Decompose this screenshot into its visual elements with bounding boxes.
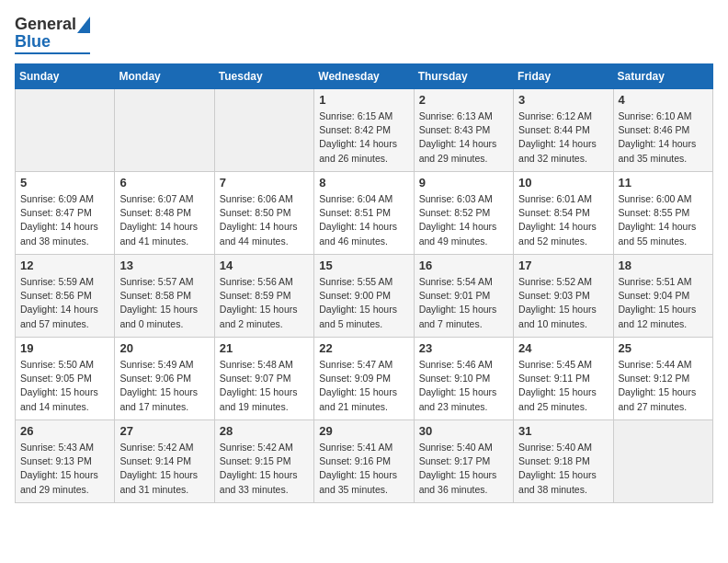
day-info: Sunrise: 5:55 AMSunset: 9:00 PMDaylight:…	[319, 275, 408, 331]
day-number: 19	[20, 341, 109, 355]
calendar-cell	[115, 89, 214, 172]
day-number: 4	[619, 93, 708, 107]
calendar-cell: 10Sunrise: 6:01 AMSunset: 8:54 PMDayligh…	[514, 172, 613, 255]
calendar-cell: 31Sunrise: 5:40 AMSunset: 9:18 PMDayligh…	[514, 420, 613, 503]
calendar-cell: 4Sunrise: 6:10 AMSunset: 8:46 PMDaylight…	[613, 89, 712, 172]
logo-separator	[15, 52, 90, 54]
calendar-cell: 15Sunrise: 5:55 AMSunset: 9:00 PMDayligh…	[314, 255, 414, 338]
day-info: Sunrise: 6:09 AMSunset: 8:47 PMDaylight:…	[20, 192, 109, 248]
calendar-cell: 1Sunrise: 6:15 AMSunset: 8:42 PMDaylight…	[314, 89, 414, 172]
day-number: 30	[419, 424, 508, 438]
day-number: 24	[518, 341, 608, 355]
day-info: Sunrise: 5:46 AMSunset: 9:10 PMDaylight:…	[419, 358, 508, 414]
calendar-cell: 14Sunrise: 5:56 AMSunset: 8:59 PMDayligh…	[214, 255, 313, 338]
day-number: 7	[220, 176, 309, 190]
logo: General Blue	[15, 15, 90, 54]
calendar-cell: 28Sunrise: 5:42 AMSunset: 9:15 PMDayligh…	[214, 420, 313, 503]
logo-general-text: General	[15, 15, 76, 34]
day-number: 22	[319, 341, 408, 355]
calendar-cell: 11Sunrise: 6:00 AMSunset: 8:55 PMDayligh…	[613, 172, 712, 255]
calendar-row: 5Sunrise: 6:09 AMSunset: 8:47 PMDaylight…	[16, 172, 713, 255]
day-number: 10	[518, 176, 608, 190]
day-number: 9	[419, 176, 508, 190]
day-number: 15	[319, 259, 408, 272]
day-info: Sunrise: 5:59 AMSunset: 8:56 PMDaylight:…	[20, 275, 109, 331]
calendar-cell: 3Sunrise: 6:12 AMSunset: 8:44 PMDaylight…	[514, 89, 613, 172]
day-info: Sunrise: 5:49 AMSunset: 9:06 PMDaylight:…	[119, 358, 209, 414]
day-number: 23	[419, 341, 508, 355]
day-number: 8	[319, 176, 408, 190]
calendar-cell: 23Sunrise: 5:46 AMSunset: 9:10 PMDayligh…	[414, 338, 513, 420]
calendar-cell	[16, 89, 115, 172]
calendar-cell: 30Sunrise: 5:40 AMSunset: 9:17 PMDayligh…	[414, 420, 513, 503]
day-info: Sunrise: 6:10 AMSunset: 8:46 PMDaylight:…	[619, 109, 708, 166]
day-info: Sunrise: 5:54 AMSunset: 9:01 PMDaylight:…	[419, 275, 508, 331]
day-info: Sunrise: 5:50 AMSunset: 9:05 PMDaylight:…	[20, 358, 109, 414]
day-info: Sunrise: 5:56 AMSunset: 8:59 PMDaylight:…	[220, 275, 309, 331]
calendar-cell: 8Sunrise: 6:04 AMSunset: 8:51 PMDaylight…	[314, 172, 414, 255]
day-info: Sunrise: 5:42 AMSunset: 9:14 PMDaylight:…	[119, 441, 209, 497]
calendar-header-wednesday: Wednesday	[314, 64, 414, 89]
calendar-cell: 7Sunrise: 6:06 AMSunset: 8:50 PMDaylight…	[214, 172, 313, 255]
day-number: 31	[518, 424, 608, 438]
day-info: Sunrise: 5:43 AMSunset: 9:13 PMDaylight:…	[20, 441, 109, 497]
calendar-header-tuesday: Tuesday	[214, 64, 313, 89]
calendar-cell	[613, 420, 712, 503]
calendar-cell: 29Sunrise: 5:41 AMSunset: 9:16 PMDayligh…	[314, 420, 414, 503]
day-number: 6	[119, 176, 209, 190]
day-info: Sunrise: 5:44 AMSunset: 9:12 PMDaylight:…	[619, 358, 708, 414]
day-number: 13	[119, 259, 209, 272]
day-number: 12	[20, 259, 109, 272]
calendar-row: 19Sunrise: 5:50 AMSunset: 9:05 PMDayligh…	[16, 338, 713, 420]
calendar-cell: 12Sunrise: 5:59 AMSunset: 8:56 PMDayligh…	[16, 255, 115, 338]
day-info: Sunrise: 6:00 AMSunset: 8:55 PMDaylight:…	[619, 192, 708, 248]
calendar-cell: 2Sunrise: 6:13 AMSunset: 8:43 PMDaylight…	[414, 89, 513, 172]
day-info: Sunrise: 5:57 AMSunset: 8:58 PMDaylight:…	[119, 275, 209, 331]
calendar-table: SundayMondayTuesdayWednesdayThursdayFrid…	[15, 63, 713, 503]
day-number: 20	[119, 341, 209, 355]
calendar-header-monday: Monday	[115, 64, 214, 89]
calendar-row: 26Sunrise: 5:43 AMSunset: 9:13 PMDayligh…	[16, 420, 713, 503]
calendar-header-row: SundayMondayTuesdayWednesdayThursdayFrid…	[16, 64, 713, 89]
day-info: Sunrise: 6:07 AMSunset: 8:48 PMDaylight:…	[119, 192, 209, 248]
calendar-cell: 21Sunrise: 5:48 AMSunset: 9:07 PMDayligh…	[214, 338, 313, 420]
day-number: 26	[20, 424, 109, 438]
day-number: 21	[220, 341, 309, 355]
day-number: 2	[419, 93, 508, 107]
day-number: 27	[119, 424, 209, 438]
calendar-header-thursday: Thursday	[414, 64, 513, 89]
calendar-cell: 22Sunrise: 5:47 AMSunset: 9:09 PMDayligh…	[314, 338, 414, 420]
calendar-cell: 5Sunrise: 6:09 AMSunset: 8:47 PMDaylight…	[16, 172, 115, 255]
calendar-header-saturday: Saturday	[613, 64, 712, 89]
day-info: Sunrise: 5:45 AMSunset: 9:11 PMDaylight:…	[518, 358, 608, 414]
day-info: Sunrise: 6:06 AMSunset: 8:50 PMDaylight:…	[220, 192, 309, 248]
day-number: 18	[619, 259, 708, 272]
day-number: 28	[220, 424, 309, 438]
day-info: Sunrise: 5:40 AMSunset: 9:18 PMDaylight:…	[518, 441, 608, 497]
day-info: Sunrise: 5:42 AMSunset: 9:15 PMDaylight:…	[220, 441, 309, 497]
day-number: 25	[619, 341, 708, 355]
calendar-cell: 16Sunrise: 5:54 AMSunset: 9:01 PMDayligh…	[414, 255, 513, 338]
logo-blue-text: Blue	[15, 32, 51, 52]
calendar-cell: 24Sunrise: 5:45 AMSunset: 9:11 PMDayligh…	[514, 338, 613, 420]
day-info: Sunrise: 6:12 AMSunset: 8:44 PMDaylight:…	[518, 109, 608, 166]
day-number: 3	[518, 93, 608, 107]
day-info: Sunrise: 5:40 AMSunset: 9:17 PMDaylight:…	[419, 441, 508, 497]
page-header: General Blue	[15, 15, 713, 54]
day-info: Sunrise: 5:48 AMSunset: 9:07 PMDaylight:…	[220, 358, 309, 414]
calendar-cell: 26Sunrise: 5:43 AMSunset: 9:13 PMDayligh…	[16, 420, 115, 503]
logo-triangle-icon	[77, 17, 90, 33]
calendar-row: 1Sunrise: 6:15 AMSunset: 8:42 PMDaylight…	[16, 89, 713, 172]
day-number: 1	[319, 93, 408, 107]
calendar-cell: 25Sunrise: 5:44 AMSunset: 9:12 PMDayligh…	[613, 338, 712, 420]
day-number: 11	[619, 176, 708, 190]
calendar-cell: 17Sunrise: 5:52 AMSunset: 9:03 PMDayligh…	[514, 255, 613, 338]
calendar-cell: 20Sunrise: 5:49 AMSunset: 9:06 PMDayligh…	[115, 338, 214, 420]
calendar-header-friday: Friday	[514, 64, 613, 89]
day-info: Sunrise: 5:51 AMSunset: 9:04 PMDaylight:…	[619, 275, 708, 331]
day-info: Sunrise: 6:13 AMSunset: 8:43 PMDaylight:…	[419, 109, 508, 166]
day-info: Sunrise: 6:15 AMSunset: 8:42 PMDaylight:…	[319, 109, 408, 166]
calendar-cell: 13Sunrise: 5:57 AMSunset: 8:58 PMDayligh…	[115, 255, 214, 338]
day-info: Sunrise: 6:01 AMSunset: 8:54 PMDaylight:…	[518, 192, 608, 248]
calendar-cell: 19Sunrise: 5:50 AMSunset: 9:05 PMDayligh…	[16, 338, 115, 420]
